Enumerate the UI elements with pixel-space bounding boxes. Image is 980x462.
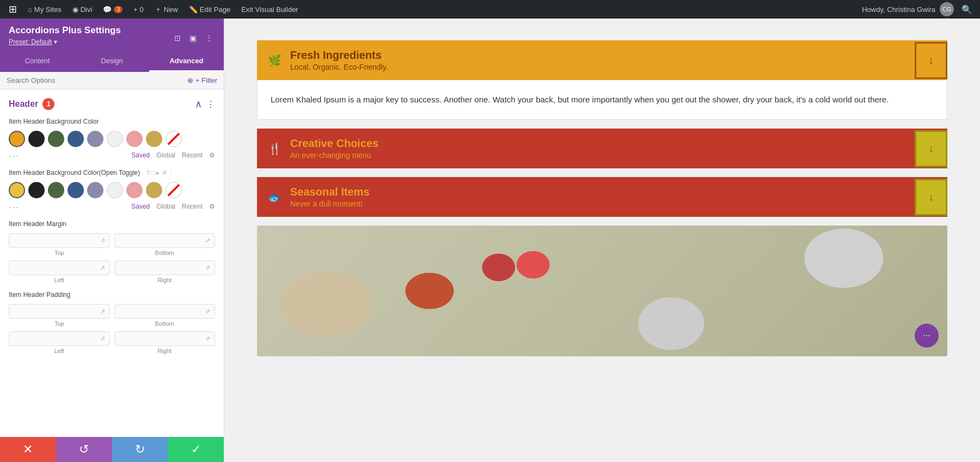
saved-label-2[interactable]: Saved bbox=[131, 203, 150, 210]
color-meta-1: Saved Global Recent ⚙ bbox=[131, 151, 215, 159]
new-nav-item[interactable]: ＋ New bbox=[150, 0, 182, 19]
color-swatch-white[interactable] bbox=[107, 131, 123, 147]
accordion-toggle-3[interactable]: ↓ bbox=[915, 179, 947, 216]
pencil-icon: ✏️ bbox=[189, 5, 198, 14]
color-swatch-2-yellow[interactable] bbox=[9, 182, 25, 198]
accordion-toggle-1[interactable]: ↓ bbox=[915, 42, 947, 79]
collapse-icon[interactable]: ∧ bbox=[195, 98, 202, 110]
panel-content: Header 1 ∧ ⋮ Item Header Background Colo… bbox=[0, 89, 224, 437]
panel-header-icons: ⊡ ▣ ⋮ bbox=[172, 33, 215, 44]
margin-inputs: ⇗ Top ⇗ Bottom ⇗ Left bbox=[9, 233, 215, 283]
accordion-subtitle-3: Never a dull moment! bbox=[290, 199, 370, 208]
link-icon-8: ⇗ bbox=[205, 335, 210, 342]
user-avatar: CG bbox=[940, 2, 954, 16]
search-icon[interactable]: 🔍 bbox=[958, 4, 976, 15]
search-filter-row: ⊕ + Filter bbox=[0, 72, 224, 89]
padding-top-group: ⇗ Top bbox=[9, 304, 110, 327]
bottom-toolbar: ✕ ↺ ↻ ✓ bbox=[0, 437, 224, 462]
margin-bottom-label: Bottom bbox=[155, 250, 174, 256]
color-swatch-gold[interactable] bbox=[146, 131, 162, 147]
accordion-texts-3: Seasonal Items Never a dull moment! bbox=[290, 186, 370, 208]
color-swatch-green[interactable] bbox=[48, 131, 64, 147]
global-label[interactable]: Global bbox=[156, 151, 175, 159]
nav-right-section: Howdy, Christina Gwira CG 🔍 bbox=[862, 2, 976, 16]
padding-bottom-group: ⇗ Bottom bbox=[114, 304, 216, 327]
divi-nav[interactable]: ◉ Divi bbox=[68, 0, 97, 19]
padding-label: Item Header Padding bbox=[9, 291, 215, 299]
gear-icon[interactable]: ⚙ bbox=[209, 151, 215, 159]
padding-top-input[interactable]: ⇗ bbox=[9, 304, 110, 319]
my-sites-nav[interactable]: ⌂ My Sites bbox=[23, 0, 66, 19]
color-swatch-2-blue[interactable] bbox=[68, 182, 84, 198]
color-swatch-2-green[interactable] bbox=[48, 182, 64, 198]
accordion-title-2: Creative Choices bbox=[290, 137, 378, 150]
home-icon: ⌂ bbox=[28, 5, 32, 14]
recent-label[interactable]: Recent bbox=[182, 151, 203, 159]
user-greeting: Howdy, Christina Gwira bbox=[862, 5, 935, 14]
panel-menu-icon[interactable]: ⋮ bbox=[203, 33, 215, 44]
notifications-nav[interactable]: + 0 bbox=[129, 0, 148, 19]
accordion-item-1: 🌿 Fresh Ingredients Local. Organic. Eco-… bbox=[257, 40, 947, 120]
padding-right-input[interactable]: ⇗ bbox=[114, 331, 216, 346]
redo-button[interactable]: ↻ bbox=[112, 437, 168, 462]
padding-right-group: ⇗ Right bbox=[114, 331, 216, 354]
comments-nav[interactable]: 💬 3 bbox=[99, 0, 127, 19]
saved-label[interactable]: Saved bbox=[131, 151, 150, 159]
main-layout: Accordions Plus Settings Preset: Default… bbox=[0, 19, 980, 462]
margin-left-input[interactable]: ⇗ bbox=[9, 260, 110, 275]
margin-right-input[interactable]: ⇗ bbox=[114, 260, 216, 275]
color-swatch-2-gold[interactable] bbox=[146, 182, 162, 198]
edit-page-nav[interactable]: ✏️ Edit Page bbox=[185, 0, 235, 19]
color-swatch-2-white[interactable] bbox=[107, 182, 123, 198]
panel-preset[interactable]: Preset: Default ▾ bbox=[9, 38, 121, 46]
padding-bottom-input[interactable]: ⇗ bbox=[114, 304, 216, 319]
recent-label-2[interactable]: Recent bbox=[182, 203, 203, 210]
color-swatch-lavender[interactable] bbox=[87, 131, 103, 147]
accordion-title-1: Fresh Ingredients bbox=[290, 49, 388, 62]
accordion-subtitle-1: Local. Organic. Eco-Friendly. bbox=[290, 63, 388, 71]
save-button[interactable]: ✓ bbox=[168, 437, 224, 462]
color-swatch-pink[interactable] bbox=[126, 131, 143, 147]
filter-button[interactable]: ⊕ + Filter bbox=[187, 76, 217, 84]
color-swatch-2-none[interactable] bbox=[166, 182, 182, 198]
gear-icon-2[interactable]: ⚙ bbox=[209, 203, 215, 210]
search-input[interactable] bbox=[7, 76, 183, 84]
panel-layout-icon[interactable]: ▣ bbox=[187, 33, 199, 44]
color-swatch-2-pink[interactable] bbox=[126, 182, 143, 198]
more-swatches-dots-2[interactable]: ··· bbox=[9, 203, 19, 212]
global-label-2[interactable]: Global bbox=[156, 203, 175, 210]
margin-top-input[interactable]: ⇗ bbox=[9, 233, 110, 248]
header-section: Header 1 ∧ ⋮ bbox=[9, 98, 215, 110]
color-swatches-1 bbox=[9, 131, 215, 147]
accordion-header-2: 🍴 Creative Choices An ever-changing menu… bbox=[257, 129, 947, 168]
accordion-toggle-2[interactable]: ↓ bbox=[915, 130, 947, 167]
link-icon-4: ⇗ bbox=[205, 264, 210, 271]
floating-menu-button[interactable]: ··· bbox=[915, 324, 939, 348]
margin-top-label: Top bbox=[54, 250, 64, 256]
margin-bottom-input[interactable]: ⇗ bbox=[114, 233, 216, 248]
comment-icon: 💬 bbox=[103, 5, 112, 14]
tab-advanced[interactable]: Advanced bbox=[149, 51, 224, 72]
color-swatch-black[interactable] bbox=[28, 131, 45, 147]
more-swatches-dots[interactable]: ··· bbox=[9, 151, 19, 161]
color-swatch-orange[interactable] bbox=[9, 131, 25, 147]
color-swatch-blue[interactable] bbox=[68, 131, 84, 147]
padding-left-input[interactable]: ⇗ bbox=[9, 331, 110, 346]
padding-left-label: Left bbox=[54, 348, 64, 354]
link-icon-7: ⇗ bbox=[100, 335, 105, 342]
color-swatch-2-lavender[interactable] bbox=[87, 182, 103, 198]
section-menu-icon[interactable]: ⋮ bbox=[206, 99, 215, 110]
tab-content[interactable]: Content bbox=[0, 51, 75, 72]
color-meta-2: Saved Global Recent ⚙ bbox=[131, 203, 215, 210]
accordion-title-3: Seasonal Items bbox=[290, 186, 370, 198]
panel-resize-icon[interactable]: ⊡ bbox=[172, 33, 183, 44]
settings-panel: Accordions Plus Settings Preset: Default… bbox=[0, 19, 224, 462]
cancel-button[interactable]: ✕ bbox=[0, 437, 56, 462]
tab-design[interactable]: Design bbox=[75, 51, 149, 72]
reset-button[interactable]: ↺ bbox=[56, 437, 112, 462]
color-swatch-2-black[interactable] bbox=[28, 182, 45, 198]
color-swatch-none[interactable] bbox=[166, 131, 182, 147]
padding-inputs: ⇗ Top ⇗ Bottom ⇗ Left bbox=[9, 304, 215, 354]
wordpress-logo-icon[interactable]: ⊞ bbox=[4, 3, 21, 15]
exit-builder-nav[interactable]: Exit Visual Builder bbox=[237, 0, 303, 19]
